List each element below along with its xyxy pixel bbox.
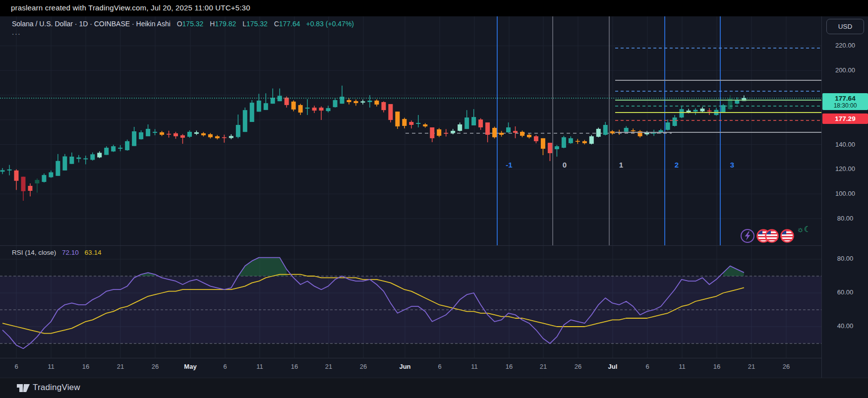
candle-body bbox=[367, 101, 372, 102]
candle-body bbox=[645, 133, 649, 134]
event-line-label: 2 bbox=[675, 161, 679, 169]
high-value: 179.82 bbox=[215, 20, 236, 28]
currency-toggle-button[interactable]: USD bbox=[826, 19, 864, 34]
candle-body bbox=[111, 146, 116, 151]
candle bbox=[160, 131, 164, 136]
candle bbox=[499, 131, 504, 136]
candle-body bbox=[402, 119, 406, 126]
candle bbox=[14, 169, 18, 190]
footer-bar: TradingView bbox=[0, 378, 868, 398]
rsi-overbought-fill bbox=[238, 258, 287, 276]
candle-body bbox=[694, 110, 698, 112]
tradingview-widget: praslearn created with TradingView.com, … bbox=[0, 0, 868, 398]
legend-more-button[interactable]: ... bbox=[12, 30, 21, 35]
sun-moon-icon[interactable]: ☼☾ bbox=[797, 225, 811, 233]
candle bbox=[146, 124, 150, 136]
candle-body bbox=[353, 101, 358, 103]
candle-body bbox=[374, 101, 379, 105]
candle-body bbox=[582, 141, 587, 143]
price-tick-label: 100.00 bbox=[822, 189, 868, 198]
candle bbox=[7, 165, 11, 175]
candle-body bbox=[132, 131, 136, 146]
price-axis[interactable]: USD 177.64 18:30:00 177.29 220.00200.001… bbox=[821, 16, 868, 378]
candle bbox=[610, 130, 615, 134]
brand-link[interactable]: TradingView bbox=[33, 383, 80, 393]
candle-body bbox=[104, 148, 109, 155]
candle bbox=[638, 130, 642, 137]
candle bbox=[271, 89, 275, 104]
candle bbox=[76, 155, 81, 163]
candle-body bbox=[69, 157, 74, 164]
lightning-icon[interactable] bbox=[741, 229, 754, 242]
candle bbox=[278, 89, 282, 102]
candle-body bbox=[49, 172, 53, 177]
candle-body bbox=[388, 104, 393, 120]
candle-body bbox=[478, 119, 483, 127]
time-tick-label: 16 bbox=[291, 363, 298, 370]
candle-body bbox=[680, 109, 684, 117]
candle-body bbox=[222, 137, 227, 138]
candle bbox=[388, 104, 393, 122]
main-price-pane[interactable]: -10123☼☾ bbox=[0, 16, 821, 245]
time-tick-label: 6 bbox=[438, 363, 441, 370]
candle-body bbox=[7, 170, 11, 171]
candle-body bbox=[21, 177, 25, 191]
tradingview-logo[interactable] bbox=[17, 383, 30, 394]
candle-body bbox=[215, 136, 220, 138]
candle-body bbox=[271, 98, 275, 104]
candle bbox=[118, 145, 122, 151]
us-flag-icon[interactable] bbox=[781, 230, 794, 242]
time-tick-label: 21 bbox=[540, 363, 547, 370]
event-line-label: -1 bbox=[506, 161, 512, 169]
candle-body bbox=[194, 132, 199, 134]
candle bbox=[243, 108, 247, 132]
candle bbox=[707, 108, 711, 115]
candle-body bbox=[340, 97, 345, 104]
candle bbox=[167, 131, 171, 138]
candle bbox=[139, 130, 143, 140]
candle-body bbox=[492, 128, 497, 137]
rsi-indicator-legend[interactable]: RSI (14, close) 72.10 63.14 bbox=[12, 249, 101, 256]
open-value: 175.32 bbox=[182, 20, 204, 28]
candle bbox=[541, 138, 545, 155]
candle-body bbox=[596, 129, 601, 137]
rsi-pane[interactable] bbox=[0, 245, 821, 358]
candle bbox=[409, 120, 413, 128]
candle-body bbox=[513, 131, 518, 133]
candle-body bbox=[423, 124, 427, 126]
time-axis[interactable]: 611162126May611162126Jun611162126Jul6111… bbox=[0, 358, 821, 378]
candle bbox=[305, 99, 310, 115]
candle bbox=[534, 135, 538, 143]
candle-body bbox=[464, 117, 469, 129]
candle-body bbox=[139, 132, 143, 139]
candle bbox=[506, 122, 511, 133]
candle-body bbox=[576, 141, 580, 142]
event-line-label: 0 bbox=[563, 161, 567, 169]
time-tick-label: 21 bbox=[325, 363, 332, 370]
rsi-title[interactable]: RSI (14, close) bbox=[12, 249, 56, 256]
rsi-value: 72.10 bbox=[62, 249, 79, 256]
candle-body bbox=[395, 112, 400, 126]
attribution-bar: praslearn created with TradingView.com, … bbox=[0, 0, 868, 16]
candle-body bbox=[0, 170, 5, 171]
rsi-tick-label: 80.00 bbox=[822, 254, 868, 263]
symbol-title[interactable]: Solana / U.S. Dollar · 1D · COINBASE · H… bbox=[12, 20, 171, 28]
us-flag-icon[interactable] bbox=[766, 230, 778, 242]
candle-body bbox=[409, 122, 413, 125]
rsi-ma-value: 63.14 bbox=[85, 249, 102, 256]
last-price-value: 177.64 bbox=[822, 93, 868, 102]
candle-body bbox=[125, 141, 129, 150]
candle-body bbox=[347, 100, 351, 102]
candle-body bbox=[416, 123, 420, 124]
high-label: H bbox=[210, 20, 215, 28]
symbol-legend[interactable]: Solana / U.S. Dollar · 1D · COINBASE · H… bbox=[12, 20, 354, 28]
candle bbox=[666, 119, 670, 130]
candle bbox=[492, 126, 497, 138]
candle bbox=[714, 108, 718, 115]
time-tick-label: 16 bbox=[506, 363, 513, 370]
candle-body bbox=[506, 127, 511, 132]
candle-body bbox=[160, 132, 164, 135]
candle bbox=[56, 154, 60, 176]
candle bbox=[208, 133, 213, 138]
candle bbox=[513, 126, 518, 138]
